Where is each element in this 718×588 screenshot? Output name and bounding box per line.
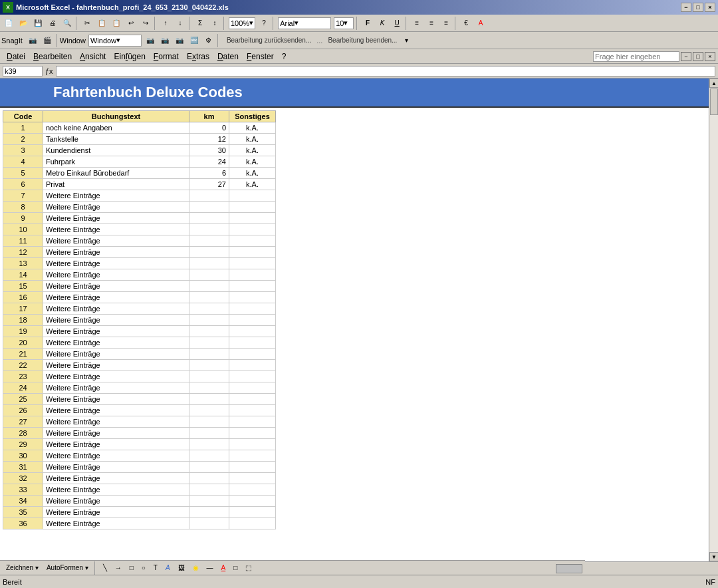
snagit-tb2[interactable]: 📷 — [158, 34, 172, 47]
table-row[interactable]: 7 Weitere Einträge — [3, 190, 276, 202]
cell-buchung[interactable]: Weitere Einträge — [43, 518, 189, 529]
formula-input[interactable] — [56, 66, 715, 76]
sum-button[interactable]: Σ — [193, 17, 207, 30]
cell-km[interactable] — [189, 292, 229, 303]
notif-arrow[interactable]: ▾ — [400, 34, 413, 47]
table-row[interactable]: 2 Tankstelle 12 k.A. — [3, 134, 276, 145]
new-button[interactable]: 📄 — [2, 17, 15, 30]
table-row[interactable]: 19 Weitere Einträge — [3, 326, 276, 337]
snagit-btn2[interactable]: 🎬 — [41, 34, 54, 47]
align-center-button[interactable]: ≡ — [425, 17, 438, 30]
cell-buchung[interactable]: Weitere Einträge — [43, 213, 189, 224]
draw-clip-btn[interactable]: 🖼 — [175, 563, 188, 573]
table-row[interactable]: 26 Weitere Einträge — [3, 405, 276, 416]
excel-restore-button[interactable]: □ — [693, 52, 703, 61]
menu-ansicht[interactable]: Ansicht — [76, 51, 110, 63]
snagit-tb3[interactable]: 📷 — [173, 34, 186, 47]
cell-km[interactable] — [189, 371, 229, 382]
cell-buchung[interactable]: Fuhrpark — [43, 156, 189, 168]
menu-bearbeiten[interactable]: Bearbeiten — [29, 51, 76, 63]
cell-km[interactable] — [189, 315, 229, 326]
draw-3d-btn[interactable]: ⬚ — [242, 563, 255, 573]
cell-code[interactable]: 3 — [3, 145, 43, 156]
font-selector[interactable]: Arial ▾ — [278, 17, 331, 29]
table-row[interactable]: 36 Weitere Einträge — [3, 518, 276, 529]
cell-km[interactable] — [189, 496, 229, 507]
help-search-input[interactable] — [593, 51, 679, 62]
snagit-tb4[interactable]: 🔤 — [187, 34, 201, 47]
draw-oval-btn[interactable]: ○ — [138, 563, 149, 573]
cell-sonst[interactable] — [229, 202, 276, 213]
menu-help[interactable]: ? — [278, 51, 291, 63]
cell-sonst[interactable] — [229, 462, 276, 473]
table-row[interactable]: 5 Metro Einkauf Bürobedarf 6 k.A. — [3, 168, 276, 179]
help-button[interactable]: ? — [257, 17, 271, 30]
cell-code[interactable]: 35 — [3, 507, 43, 518]
cell-km[interactable] — [189, 462, 229, 473]
sort-button[interactable]: ↕ — [208, 17, 221, 30]
table-row[interactable]: 30 Weitere Einträge — [3, 450, 276, 462]
scroll-thumb[interactable] — [710, 88, 718, 115]
cell-km[interactable] — [189, 224, 229, 235]
cell-km[interactable] — [189, 405, 229, 416]
draw-line-btn[interactable]: ╲ — [100, 563, 110, 573]
cell-sonst[interactable] — [229, 382, 276, 394]
table-row[interactable]: 25 Weitere Einträge — [3, 394, 276, 405]
autoformen-button[interactable]: AutoFormen ▾ — [43, 563, 92, 573]
cell-buchung[interactable]: Weitere Einträge — [43, 281, 189, 292]
table-row[interactable]: 4 Fuhrpark 24 k.A. — [3, 156, 276, 168]
cell-buchung[interactable]: Weitere Einträge — [43, 439, 189, 450]
menu-extras[interactable]: Extras — [183, 51, 213, 63]
preview-button[interactable]: 🔍 — [60, 17, 74, 30]
copy-button[interactable]: 📋 — [95, 17, 108, 30]
cell-code[interactable]: 11 — [3, 235, 43, 247]
draw-shadow-btn[interactable]: □ — [230, 563, 241, 573]
cell-sonst[interactable] — [229, 405, 276, 416]
scroll-down-button[interactable]: ▼ — [709, 552, 718, 561]
cell-km[interactable] — [189, 518, 229, 529]
cell-sonst[interactable] — [229, 303, 276, 315]
cell-code[interactable]: 17 — [3, 303, 43, 315]
excel-close-button[interactable]: × — [705, 52, 715, 61]
table-row[interactable]: 20 Weitere Einträge — [3, 337, 276, 349]
cell-code[interactable]: 23 — [3, 371, 43, 382]
menu-einfuegen[interactable]: Einfügen — [110, 51, 149, 63]
cell-km[interactable] — [189, 213, 229, 224]
cell-code[interactable]: 32 — [3, 473, 43, 484]
cell-sonst[interactable] — [229, 292, 276, 303]
bold-button[interactable]: F — [361, 17, 374, 30]
cell-code[interactable]: 36 — [3, 518, 43, 529]
snagit-tb5[interactable]: ⚙ — [202, 34, 215, 47]
italic-button[interactable]: K — [376, 17, 389, 30]
table-row[interactable]: 9 Weitere Einträge — [3, 213, 276, 224]
scroll-track[interactable] — [709, 88, 718, 552]
euro-button[interactable]: € — [459, 17, 473, 30]
cell-km[interactable] — [189, 281, 229, 292]
table-row[interactable]: 33 Weitere Einträge — [3, 484, 276, 496]
cell-code[interactable]: 1 — [3, 122, 43, 134]
cell-sonst[interactable] — [229, 484, 276, 496]
cell-sonst[interactable]: k.A. — [229, 156, 276, 168]
cell-code[interactable]: 4 — [3, 156, 43, 168]
cell-km[interactable] — [189, 190, 229, 202]
save-button[interactable]: 💾 — [31, 17, 45, 30]
table-row[interactable]: 32 Weitere Einträge — [3, 473, 276, 484]
cell-buchung[interactable]: Weitere Einträge — [43, 360, 189, 371]
cell-buchung[interactable]: Weitere Einträge — [43, 507, 189, 518]
cell-km[interactable] — [189, 394, 229, 405]
print-button[interactable]: 🖨 — [46, 17, 59, 30]
cell-buchung[interactable]: Weitere Einträge — [43, 202, 189, 213]
cell-km[interactable] — [189, 235, 229, 247]
cell-buchung[interactable]: Weitere Einträge — [43, 258, 189, 269]
undo-button[interactable]: ↩ — [124, 17, 138, 30]
cell-code[interactable]: 33 — [3, 484, 43, 496]
cell-sonst[interactable] — [229, 507, 276, 518]
cell-buchung[interactable]: Weitere Einträge — [43, 496, 189, 507]
cell-sonst[interactable] — [229, 315, 276, 326]
table-row[interactable]: 28 Weitere Einträge — [3, 428, 276, 439]
cell-code[interactable]: 16 — [3, 292, 43, 303]
cell-km[interactable] — [189, 473, 229, 484]
table-row[interactable]: 23 Weitere Einträge — [3, 371, 276, 382]
cell-km[interactable] — [189, 428, 229, 439]
menu-daten[interactable]: Daten — [213, 51, 243, 63]
